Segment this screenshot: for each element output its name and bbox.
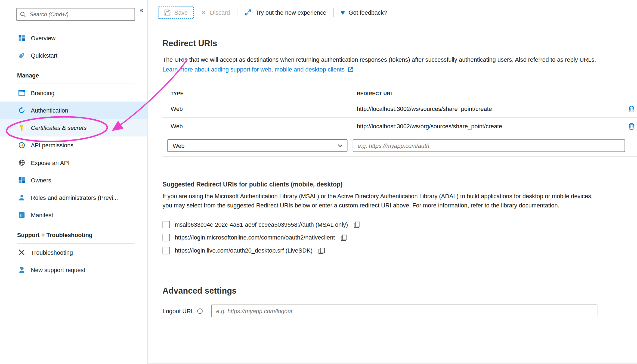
suggested-uri-label: https://login.live.com/oauth20_desktop.s…: [175, 247, 313, 254]
new-experience-label: Try out the new experience: [255, 9, 326, 16]
copy-icon: [354, 221, 360, 228]
main-panel: Save ✕ Discard Try out the new experienc…: [148, 0, 637, 364]
redirect-uris-description: The URIs that we will accept as destinat…: [163, 55, 633, 64]
copy-uri-button[interactable]: [318, 247, 325, 254]
redirect-uri-table: TYPE REDIRECT URI Web http://localhost:3…: [163, 86, 637, 157]
learn-more-link[interactable]: Learn more about adding support for web,…: [163, 65, 354, 74]
external-link-icon: [347, 67, 353, 73]
quickstart-icon: [18, 52, 25, 59]
collapse-sidebar-button[interactable]: «: [140, 7, 143, 14]
feedback-label: Got feedback?: [349, 9, 387, 16]
sidebar-item-label: Troubleshooting: [31, 249, 73, 256]
sidebar-item-troubleshooting[interactable]: Troubleshooting: [0, 244, 147, 261]
api-permissions-icon: [18, 142, 25, 148]
sidebar-item-label: Quickstart: [31, 52, 58, 59]
sidebar-item-label: Owners: [31, 177, 51, 183]
search-input[interactable]: [29, 11, 131, 18]
list-item: https://login.microsoftonline.com/common…: [163, 232, 637, 243]
branding-icon: www: [18, 89, 25, 96]
table-row: Web http://localhost:3002/ws/sources/sha…: [163, 100, 637, 118]
delete-redirect-uri-button[interactable]: [628, 105, 635, 113]
suggested-uri-checkbox[interactable]: [163, 247, 170, 254]
sidebar-item-label: Authentication: [31, 107, 68, 114]
sidebar-item-label: Roles and administrators (Previ...: [31, 194, 118, 201]
discard-button[interactable]: ✕ Discard: [201, 9, 230, 16]
sidebar-item-certificates-secrets[interactable]: Certificates & secrets: [0, 119, 147, 136]
sidebar-item-label: Manifest: [31, 212, 53, 218]
sidebar-item-quickstart[interactable]: Quickstart: [0, 47, 147, 64]
divider: [163, 156, 637, 157]
search-icon: [20, 11, 26, 17]
sidebar: « Overview Quickstart Manage www Brandin…: [0, 0, 148, 364]
copy-uri-button[interactable]: [341, 234, 347, 241]
roles-icon: [18, 194, 25, 201]
owners-icon: [18, 177, 25, 183]
new-experience-button[interactable]: Try out the new experience: [244, 8, 326, 16]
new-redirect-uri-row: Web: [163, 135, 637, 157]
suggested-uri-checkbox[interactable]: [163, 234, 170, 241]
suggested-uris-description: If you are using the Microsoft Authentic…: [163, 192, 597, 210]
suggested-uri-list: msalb633c04c-202c-4a81-ae9f-cc9ea5039558…: [163, 219, 637, 256]
copy-uri-button[interactable]: [354, 221, 360, 228]
learn-more-label: Learn more about adding support for web,…: [163, 65, 345, 74]
sidebar-group-support: Support + Troubleshooting: [0, 224, 147, 243]
feedback-button[interactable]: ♥ Got feedback?: [341, 9, 387, 16]
sidebar-item-authentication[interactable]: Authentication: [0, 102, 147, 119]
sidebar-item-roles-administrators[interactable]: Roles and administrators (Previ...: [0, 189, 147, 206]
uri-type-cell: Web: [163, 123, 349, 130]
copy-icon: [318, 247, 325, 254]
sidebar-item-api-permissions[interactable]: API permissions: [0, 136, 147, 154]
delete-redirect-uri-button[interactable]: [628, 123, 635, 130]
troubleshooting-icon: [18, 249, 25, 256]
logout-url-input[interactable]: [211, 305, 597, 317]
trash-icon: [628, 123, 635, 130]
info-icon[interactable]: [197, 308, 203, 314]
discard-icon: ✕: [201, 9, 206, 16]
key-icon: [18, 124, 25, 131]
sidebar-item-label: API permissions: [31, 142, 74, 148]
divider: [158, 25, 637, 25]
sidebar-item-overview[interactable]: Overview: [0, 29, 147, 47]
azure-portal-authentication-page: « Overview Quickstart Manage www Brandin…: [0, 0, 637, 364]
logout-url-label: Logout URL: [163, 308, 194, 314]
save-button[interactable]: Save: [158, 6, 194, 18]
suggested-uri-label: https://login.microsoftonline.com/common…: [175, 234, 335, 241]
save-icon: [164, 9, 171, 16]
chevron-down-icon: [338, 144, 343, 147]
sidebar-item-new-support-request[interactable]: New support request: [0, 261, 147, 279]
sidebar-item-label: Certificates & secrets: [31, 125, 87, 131]
sidebar-item-expose-api[interactable]: Expose an API: [0, 154, 147, 171]
content-area: Redirect URIs The URIs that we will acce…: [148, 39, 637, 317]
svg-text:{}: {}: [20, 213, 23, 217]
sidebar-item-label: Expose an API: [31, 159, 70, 166]
suggested-uri-checkbox[interactable]: [163, 221, 170, 228]
sidebar-search: «: [0, 0, 147, 29]
manifest-icon: {}: [18, 211, 25, 218]
new-redirect-uri-input[interactable]: [353, 139, 625, 152]
switch-arrows-icon: [244, 8, 252, 16]
list-item: https://login.live.com/oauth20_desktop.s…: [163, 245, 637, 256]
sidebar-item-branding[interactable]: www Branding: [0, 84, 147, 101]
sidebar-group-manage: Manage: [0, 64, 147, 84]
redirect-type-select[interactable]: Web: [168, 139, 348, 152]
copy-icon: [341, 234, 347, 241]
divider: [237, 8, 237, 17]
uri-value-cell: http://localhost:3002/ws/sources/share_p…: [349, 105, 619, 112]
sidebar-item-manifest[interactable]: {} Manifest: [0, 206, 147, 224]
save-button-label: Save: [174, 9, 188, 16]
suggested-uris-title: Suggested Redirect URIs for public clien…: [163, 181, 637, 188]
trash-icon: [628, 105, 635, 113]
column-header-redirect-uri: REDIRECT URI: [349, 91, 619, 96]
list-item: msalb633c04c-202c-4a81-ae9f-cc9ea5039558…: [163, 219, 637, 230]
sidebar-item-label: New support request: [31, 267, 85, 273]
svg-text:www: www: [19, 91, 23, 92]
sidebar-item-owners[interactable]: Owners: [0, 171, 147, 189]
table-row: Web http://localhost:3002/ws/org/sources…: [163, 118, 637, 135]
overview-icon: [18, 35, 25, 41]
support-person-icon: [18, 266, 25, 273]
sidebar-item-label: Overview: [31, 35, 55, 41]
sidebar-item-label: Branding: [31, 89, 55, 96]
divider: [333, 8, 333, 17]
expose-api-icon: [18, 159, 25, 166]
authentication-icon: [18, 107, 25, 114]
